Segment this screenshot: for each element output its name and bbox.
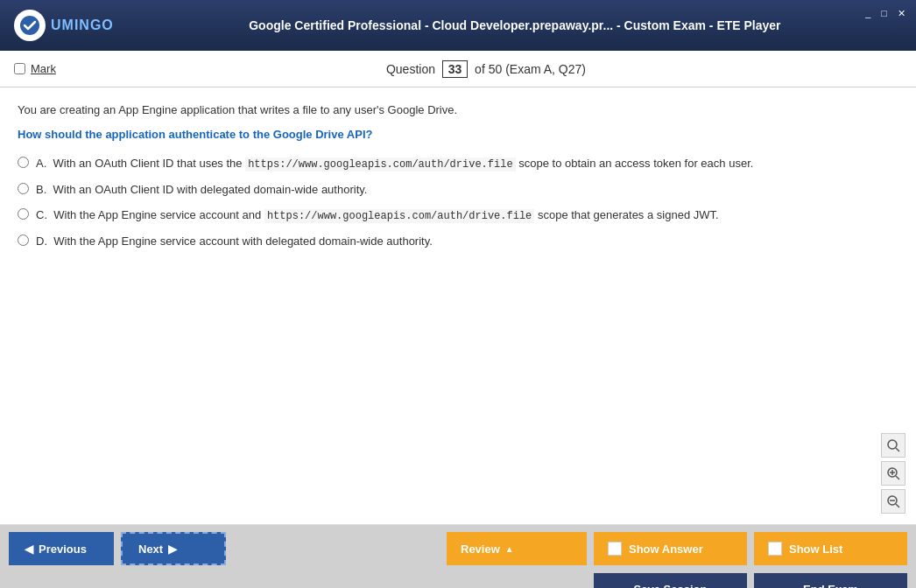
question-number-area: Question 33 of 50 (Exam A, Q27) [70,60,902,78]
zoom-in-button[interactable] [881,461,905,486]
save-session-button[interactable]: Save Session [594,573,747,588]
logo-icon [14,10,46,41]
window-controls[interactable]: _ □ ✕ [862,7,909,20]
review-button[interactable]: Review ▲ [447,532,587,565]
window-title: Google Certified Professional - Cloud De… [128,18,902,32]
review-arrow-icon: ▲ [505,544,514,554]
svg-point-0 [20,16,39,35]
option-a-text: A. With an OAuth Client ID that uses the… [36,155,753,172]
logo-text: UMINGO [51,18,114,33]
title-bar: UMINGO Google Certified Professional - C… [0,0,916,51]
option-d-text: D. With the App Engine service account w… [36,233,433,250]
mark-checkbox[interactable] [14,63,25,74]
svg-line-2 [896,448,899,452]
svg-line-4 [896,476,899,480]
option-a[interactable]: A. With an OAuth Client ID that uses the… [18,155,898,172]
maximize-button[interactable]: □ [877,7,891,20]
mark-label: Mark [31,62,56,75]
nav-row-1: ◀ Previous Next ▶ Review ▲ Show Answer S… [9,530,907,567]
nav-row-2: Save Session End Exam [9,572,907,588]
main-content: You are creating an App Engine applicati… [0,88,916,525]
search-zoom-button[interactable] [881,433,905,458]
zoom-controls [881,433,905,514]
option-c[interactable]: C. With the App Engine service account a… [18,206,898,224]
show-answer-checkbox-icon [608,542,622,556]
zoom-out-button[interactable] [881,489,905,514]
question-label: Question [386,62,435,76]
bottom-nav: ◀ Previous Next ▶ Review ▲ Show Answer S… [0,525,916,588]
question-header: Mark Question 33 of 50 (Exam A, Q27) [0,51,916,88]
prev-arrow-icon: ◀ [25,542,33,556]
radio-a[interactable] [18,157,29,168]
question-total: of 50 (Exam A, Q27) [475,62,586,76]
question-text-1: You are creating an App Engine applicati… [18,102,898,119]
show-list-button[interactable]: Show List [754,532,907,565]
radio-b[interactable] [18,183,29,194]
question-text-2: How should the application authenticate … [18,128,898,141]
previous-button[interactable]: ◀ Previous [9,532,114,565]
radio-d[interactable] [18,234,29,246]
answer-options: A. With an OAuth Client ID that uses the… [18,155,898,250]
next-arrow-icon: ▶ [168,542,177,556]
question-number-box: 33 [442,60,469,78]
minimize-button[interactable]: _ [862,7,874,20]
end-exam-button[interactable]: End Exam [754,573,907,588]
close-button[interactable]: ✕ [894,7,909,20]
mark-area[interactable]: Mark [14,62,56,75]
option-b-text: B. With an OAuth Client ID with delegate… [36,181,367,199]
svg-line-8 [896,504,899,508]
svg-point-1 [888,440,897,449]
show-answer-button[interactable]: Show Answer [594,532,747,565]
option-c-text: C. With the App Engine service account a… [36,206,719,224]
show-list-checkbox-icon [768,542,782,556]
option-d[interactable]: D. With the App Engine service account w… [18,233,898,250]
next-button[interactable]: Next ▶ [121,532,226,565]
radio-c[interactable] [18,208,29,220]
logo-area: UMINGO [14,10,114,41]
option-b[interactable]: B. With an OAuth Client ID with delegate… [18,181,898,199]
